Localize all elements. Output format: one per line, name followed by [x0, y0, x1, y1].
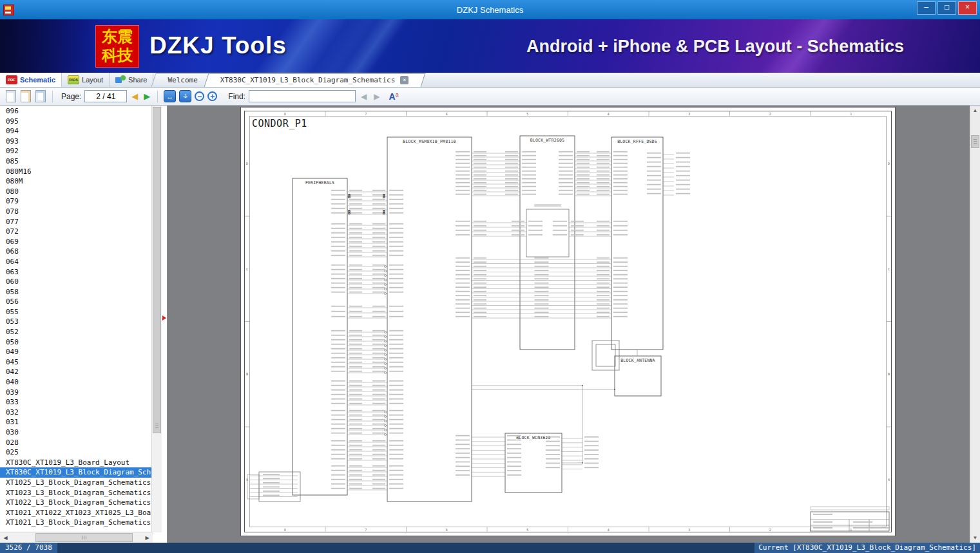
sidebar-file-item[interactable]: XT1022_L3_Block_Diagram_Schematics: [0, 498, 152, 508]
close-button[interactable]: ×: [958, 1, 977, 15]
dzkj-logo: 东震 科技: [95, 25, 139, 68]
schematic-block: BLOCK_MSM8X10_PM8110: [387, 137, 472, 501]
svg-text:8: 8: [348, 194, 351, 200]
sidebar-page-item[interactable]: 039: [0, 388, 152, 398]
doc-tab-welcome[interactable]: Welcome: [157, 73, 207, 87]
sidebar-page-item[interactable]: 033: [0, 397, 152, 408]
single-page-view-icon[interactable]: [6, 90, 16, 102]
sidebar-page-item[interactable]: 095: [0, 117, 152, 127]
facing-pages-view-icon[interactable]: [21, 90, 31, 102]
page-list: 096095094093092085080M16080M080079078077…: [0, 106, 152, 532]
sidebar-file-item[interactable]: XT1021_XT1022_XT1023_XT1025_L3_Board_L: [0, 508, 152, 518]
sidebar: 096095094093092085080M16080M080079078077…: [0, 106, 168, 543]
logo-text-top: 东震: [102, 28, 133, 46]
sidebar-page-item[interactable]: 072: [0, 227, 152, 237]
find-input[interactable]: [249, 90, 356, 102]
scrollbar-track[interactable]: [11, 532, 142, 543]
sidebar-file-item[interactable]: XT1023_L3_Block_Diagram_Schematics: [0, 488, 152, 498]
tab-layout[interactable]: PADS Layout: [62, 73, 110, 87]
sidebar-page-item[interactable]: 080: [0, 187, 152, 197]
zoom-in-icon[interactable]: +: [207, 91, 217, 101]
sidebar-page-item[interactable]: 045: [0, 357, 152, 368]
sidebar-vertical-scrollbar[interactable]: [151, 106, 162, 532]
next-page-button[interactable]: ▶: [144, 91, 150, 101]
page-thumbnails-icon[interactable]: [35, 90, 46, 102]
scroll-down-icon[interactable]: ▼: [970, 535, 980, 541]
previous-page-button[interactable]: ◀: [131, 91, 138, 101]
page-number-input[interactable]: [84, 90, 127, 102]
sidebar-page-item[interactable]: 068: [0, 247, 152, 257]
tab-close-icon[interactable]: ×: [400, 76, 408, 84]
sidebar-page-item[interactable]: 063: [0, 267, 152, 277]
scrollbar-thumb[interactable]: [153, 107, 161, 433]
title-bar: DZKJ Schematics – □ ×: [0, 0, 980, 19]
sidebar-page-item[interactable]: 053: [0, 317, 152, 327]
zoom-out-icon[interactable]: −: [195, 91, 204, 101]
sidebar-page-item[interactable]: 080M16: [0, 167, 152, 177]
tab-schematic[interactable]: PDF Schematic: [0, 73, 62, 87]
svg-text:4: 4: [608, 112, 610, 116]
content-vertical-scrollbar[interactable]: ▲ ▼: [970, 106, 980, 543]
tab-share-label: Share: [128, 76, 147, 84]
svg-text:A: A: [888, 478, 890, 482]
sidebar-file-item[interactable]: XT1025_L3_Block_Diagram_Schematics: [0, 478, 152, 488]
find-next-icon[interactable]: ▶: [374, 92, 380, 101]
maximize-button[interactable]: □: [937, 1, 956, 15]
sidebar-page-item[interactable]: 049: [0, 347, 152, 357]
doc-tab-current[interactable]: XT830C_XT1019_L3_Block_Diagram_Schematic…: [210, 73, 419, 87]
sidebar-page-item[interactable]: 025: [0, 447, 152, 458]
svg-text:D: D: [246, 162, 248, 165]
tab-share[interactable]: Share: [110, 73, 153, 87]
svg-text:2: 2: [769, 112, 771, 116]
window-title: DZKJ Schematics: [0, 5, 980, 15]
sidebar-page-item[interactable]: 093: [0, 136, 152, 147]
sidebar-collapse-arrow[interactable]: [162, 315, 166, 321]
sidebar-page-item[interactable]: 069: [0, 237, 152, 247]
sidebar-page-item[interactable]: 060: [0, 277, 152, 287]
scroll-left-icon[interactable]: ◀: [0, 535, 11, 541]
svg-text:C: C: [246, 267, 248, 271]
fit-page-icon[interactable]: ↔↕: [179, 90, 191, 102]
font-size-icon[interactable]: Aa: [389, 91, 399, 102]
status-bar: 3526 / 7038 Current [XT830C_XT1019_L3_Bl…: [0, 543, 980, 553]
scroll-up-icon[interactable]: ▲: [970, 108, 980, 113]
svg-text:PERIPHERALS: PERIPHERALS: [305, 180, 334, 185]
fit-width-icon[interactable]: ↔: [164, 90, 176, 102]
sidebar-page-item[interactable]: 085: [0, 156, 152, 167]
sidebar-page-item[interactable]: 092: [0, 146, 152, 156]
sidebar-page-item[interactable]: 064: [0, 257, 152, 267]
sidebar-page-item[interactable]: 079: [0, 196, 152, 207]
schematic-title: CONDOR_P1: [252, 118, 307, 129]
scrollbar-thumb[interactable]: [35, 533, 133, 542]
sidebar-page-item[interactable]: 055: [0, 307, 152, 317]
sidebar-page-item[interactable]: 028: [0, 438, 152, 448]
schematic-block: BLOCK_RFFE_DSDS: [611, 137, 663, 350]
sidebar-horizontal-scrollbar[interactable]: ◀ ▶: [0, 532, 153, 543]
sidebar-page-item[interactable]: 080M: [0, 176, 152, 187]
sidebar-page-item[interactable]: 030: [0, 427, 152, 438]
scroll-right-icon[interactable]: ▶: [142, 535, 153, 541]
scrollbar-thumb[interactable]: [971, 135, 979, 148]
sidebar-file-item[interactable]: XT830C_XT1019_L3_Board_Layout: [0, 458, 152, 468]
svg-text:A: A: [246, 478, 248, 482]
sidebar-page-item[interactable]: 078: [0, 207, 152, 217]
sidebar-file-item[interactable]: XT830C_XT1019_L3_Block_Diagram_Schemat: [0, 467, 152, 478]
sidebar-page-item[interactable]: 056: [0, 297, 152, 307]
sidebar-page-item[interactable]: 094: [0, 126, 152, 136]
sidebar-page-item[interactable]: 042: [0, 367, 152, 377]
find-previous-icon[interactable]: ◀: [361, 92, 367, 101]
schematic-viewport[interactable]: CONDOR_P1 8877665544332211DDCCBBAAPERIPH…: [168, 106, 980, 543]
sidebar-page-item[interactable]: 050: [0, 337, 152, 348]
sidebar-page-item[interactable]: 058: [0, 287, 152, 297]
minimize-button[interactable]: –: [917, 1, 936, 15]
sidebar-page-item[interactable]: 096: [0, 106, 152, 117]
sidebar-page-item[interactable]: 040: [0, 377, 152, 388]
sidebar-page-item[interactable]: 052: [0, 327, 152, 337]
sidebar-page-item[interactable]: 031: [0, 417, 152, 427]
svg-text:B: B: [888, 372, 890, 376]
svg-text:8: 8: [284, 528, 286, 532]
sidebar-page-item[interactable]: 032: [0, 408, 152, 418]
sidebar-file-item[interactable]: XT1021_L3_Block_Diagram_Schematics: [0, 518, 152, 528]
sidebar-page-item[interactable]: 077: [0, 217, 152, 227]
status-current-file: Current [XT830C_XT1019_L3_Block_Diagram_…: [754, 543, 980, 553]
